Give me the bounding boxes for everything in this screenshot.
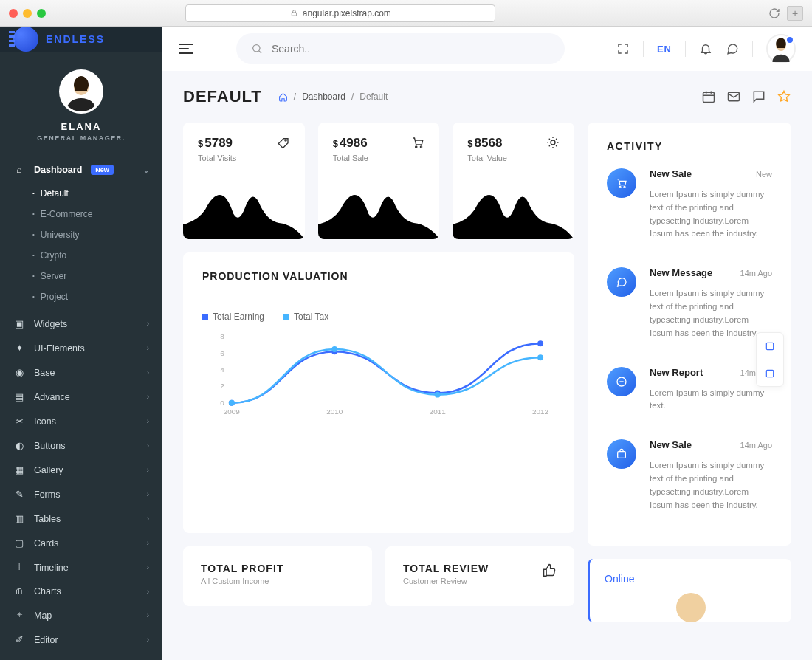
total-profit-card: TOTAL PROFIT All Custom Income	[183, 546, 372, 606]
nav-item-gallery[interactable]: ▦Gallery›	[0, 458, 162, 482]
url-bar[interactable]: angular.pixelstrap.com	[185, 4, 495, 22]
svg-text:2009: 2009	[224, 408, 241, 416]
search-icon	[251, 43, 263, 55]
subnav-project[interactable]: Project	[32, 286, 162, 307]
reload-icon[interactable]	[768, 7, 780, 19]
activity-item: New SaleNewLorem Ipsum is simply dummy t…	[607, 168, 772, 251]
tool-2-button[interactable]	[757, 360, 783, 386]
nav-item-forms[interactable]: ✎Forms›	[0, 482, 162, 506]
activity-item: New Message14m AgoLorem Ipsum is simply …	[607, 267, 772, 350]
chevron-right-icon: ›	[147, 393, 149, 401]
stat-label: Total Value	[467, 154, 507, 162]
minus-icon	[607, 367, 636, 396]
total-review-card: TOTAL REVIEW Customer Review	[385, 546, 574, 606]
calendar-icon[interactable]	[701, 89, 716, 104]
svg-point-2	[253, 45, 260, 52]
home-icon[interactable]	[278, 92, 288, 102]
activity-item: New Report14m AgoLorem Ipsum is simply d…	[607, 367, 772, 424]
language-switch[interactable]: EN	[657, 44, 672, 55]
bag-icon	[607, 439, 636, 469]
svg-text:2: 2	[220, 382, 224, 390]
subnav-server[interactable]: Server	[32, 266, 162, 286]
breadcrumb: / Dashboard / Default	[278, 92, 388, 102]
activity-title: ACTIVITY	[607, 140, 772, 152]
production-chart: 024682009201020112012	[202, 329, 555, 418]
tool-1-button[interactable]	[757, 333, 783, 360]
menu-toggle-button[interactable]	[179, 41, 193, 57]
nav-item-users[interactable]: ☺Users›	[0, 652, 162, 660]
bell-icon[interactable]	[699, 42, 712, 55]
nav-item-buttons[interactable]: ◐Buttons›	[0, 433, 162, 458]
svg-text:2010: 2010	[326, 408, 343, 416]
online-card: Online	[588, 559, 791, 622]
page-header: DEFAULT / Dashboard / Default	[162, 71, 812, 123]
nav-icon: ⦙	[13, 562, 25, 573]
url-text: angular.pixelstrap.com	[303, 8, 391, 18]
window-zoom-icon[interactable]	[37, 9, 46, 18]
mail-icon[interactable]	[726, 89, 741, 104]
window-minimize-icon[interactable]	[23, 9, 32, 18]
nav-item-map[interactable]: ⌖Map›	[0, 603, 162, 628]
production-card: PRODUCTION VALUATION Total Earning Total…	[183, 252, 574, 533]
subnav-default[interactable]: Default	[32, 183, 162, 204]
profit-title: TOTAL PROFIT	[201, 563, 354, 574]
nav-item-tables[interactable]: ▥Tables›	[0, 506, 162, 531]
new-tab-button[interactable]: +	[787, 6, 803, 21]
nav-icon: ✐	[13, 634, 25, 645]
chevron-right-icon: ›	[147, 466, 149, 474]
stat-value: $8568	[467, 136, 507, 151]
nav-item-cards[interactable]: ▢Cards›	[0, 531, 162, 555]
chevron-right-icon: ›	[147, 563, 149, 571]
nav-icon: ✎	[13, 489, 25, 500]
logo-icon	[13, 27, 38, 52]
profile[interactable]: ELANA GENERAL MANAGER.	[0, 52, 162, 154]
nav-icon: ◉	[13, 367, 25, 378]
cart-icon	[607, 168, 636, 198]
nav-icon: ▦	[13, 464, 25, 475]
stat-card-total-value: $8568Total Value	[453, 123, 574, 239]
chat-icon[interactable]	[726, 42, 739, 55]
nav-item-dashboard[interactable]: ⌂DashboardNew⌄	[0, 158, 162, 182]
window-close-icon[interactable]	[9, 9, 18, 18]
chevron-right-icon: ›	[147, 344, 149, 352]
nav-item-advance[interactable]: ▤Advance›	[0, 385, 162, 409]
svg-text:6: 6	[220, 349, 224, 357]
chevron-right-icon: ›	[147, 417, 149, 425]
search-box[interactable]	[236, 33, 565, 64]
nav-item-charts[interactable]: ⫙Charts›	[0, 580, 162, 603]
nav-item-icons[interactable]: ✂Icons›	[0, 409, 162, 433]
svg-text:4: 4	[220, 365, 224, 374]
logo[interactable]: ENDLESS	[0, 27, 162, 52]
nav-item-timeline[interactable]: ⦙Timeline›	[0, 555, 162, 580]
nav-item-base[interactable]: ◉Base›	[0, 360, 162, 385]
activity-item: New Sale14m AgoLorem Ipsum is simply dum…	[607, 439, 772, 522]
user-avatar[interactable]	[766, 34, 796, 63]
nav-item-widgets[interactable]: ▣Widgets›	[0, 312, 162, 336]
breadcrumb-dashboard[interactable]: Dashboard	[302, 92, 345, 102]
svg-rect-0	[292, 13, 296, 16]
activity-time: New	[756, 170, 772, 179]
activity-name: New Sale	[650, 439, 692, 450]
online-label: Online	[605, 573, 634, 585]
subnav-university[interactable]: University	[32, 224, 162, 245]
legend-earning: Total Earning	[202, 312, 264, 322]
nav-icon: ⌖	[13, 610, 25, 621]
activity-time: 14m Ago	[740, 441, 772, 450]
svg-text:2012: 2012	[532, 408, 549, 416]
star-icon[interactable]	[777, 89, 791, 104]
thumbs-up-icon[interactable]	[542, 563, 557, 577]
comment-icon[interactable]	[751, 89, 766, 104]
subnav-crypto[interactable]: Crypto	[32, 245, 162, 266]
subnav-e-commerce[interactable]: E-Commerce	[32, 204, 162, 224]
chevron-right-icon: ›	[147, 441, 149, 450]
nav-item-ui-elements[interactable]: ✦UI-Elements›	[0, 336, 162, 360]
fullscreen-icon[interactable]	[616, 42, 630, 55]
nav-item-editor[interactable]: ✐Editor›	[0, 628, 162, 652]
chevron-right-icon: ›	[147, 368, 149, 377]
search-input[interactable]	[272, 43, 550, 55]
nav-icon: ▤	[13, 391, 25, 402]
activity-desc: Lorem Ipsum is simply dummy text of the …	[650, 188, 772, 241]
svg-point-28	[624, 186, 625, 188]
svg-point-6	[285, 140, 286, 141]
review-title: TOTAL REVIEW	[403, 563, 489, 574]
